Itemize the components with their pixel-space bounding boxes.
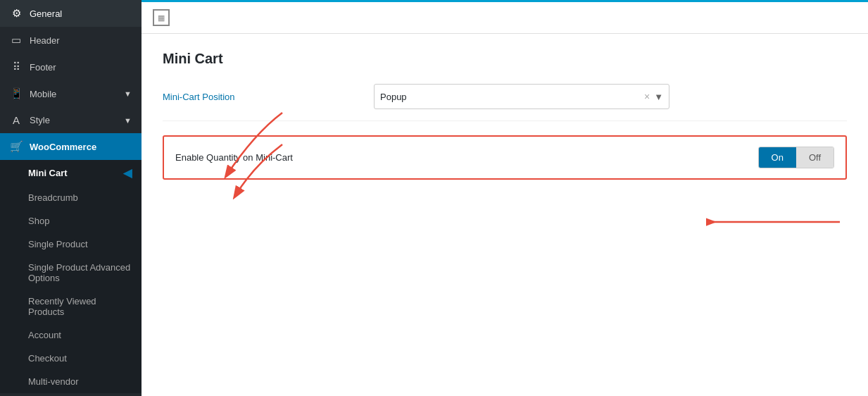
position-control: Popup × ▼: [374, 84, 847, 109]
submenu-item-single-product-advanced[interactable]: Single Product Advanced Options: [0, 256, 141, 290]
submenu-item-multi-vendor[interactable]: Multi-vendor: [0, 370, 141, 393]
submenu-label: Single Product: [28, 239, 88, 249]
main-content: Mini Cart Mini-Cart Position Popup × ▼ E…: [141, 34, 868, 396]
quantity-label: Enable Quantity on Mini-Cart: [175, 152, 758, 163]
sidebar-item-label: Header: [30, 35, 60, 46]
woocommerce-submenu: Mini Cart ◀ Breadcrumb Shop Single Produ…: [0, 160, 141, 393]
position-field-row: Mini-Cart Position Popup × ▼: [163, 84, 847, 121]
content-wrapper: ▦ Mini Cart Mini-Cart Position Popup × ▼…: [141, 0, 868, 396]
toggle-on-button[interactable]: On: [759, 147, 796, 168]
woocommerce-label: WooCommerce: [30, 142, 96, 152]
chevron-down-icon[interactable]: ▼: [654, 92, 663, 102]
submenu-label: Breadcrumb: [28, 192, 78, 203]
chevron-down-icon: ▼: [124, 116, 132, 125]
toggle-off-button[interactable]: Off: [796, 147, 834, 168]
select-value: Popup: [380, 92, 644, 102]
submenu-item-checkout[interactable]: Checkout: [0, 347, 141, 370]
position-select[interactable]: Popup × ▼: [374, 84, 669, 109]
gear-icon: ⚙: [10, 7, 23, 20]
submenu-label: Multi-vendor: [28, 376, 79, 387]
chevron-down-icon: ▼: [124, 89, 132, 98]
footer-icon: ⠿: [10, 61, 23, 73]
sidebar: ⚙ General ▭ Header ⠿ Footer 📱 Mobile ▼ A…: [0, 0, 141, 396]
submenu-label: Account: [28, 330, 61, 340]
submenu-label: Recently Viewed Products: [28, 296, 132, 317]
sidebar-item-footer[interactable]: ⠿ Footer: [0, 54, 141, 80]
sidebar-item-label: Footer: [30, 62, 56, 73]
submenu-item-shop[interactable]: Shop: [0, 209, 141, 233]
sidebar-item-label: General: [30, 8, 62, 19]
cart-icon: 🛒: [10, 140, 23, 153]
submenu-item-mini-cart[interactable]: Mini Cart ◀: [0, 160, 141, 186]
sidebar-item-label: Style: [30, 115, 50, 125]
submenu-item-breadcrumb[interactable]: Breadcrumb: [0, 186, 141, 209]
submenu-item-recently-viewed[interactable]: Recently Viewed Products: [0, 290, 141, 323]
chevron-left-icon: ◀: [123, 166, 132, 180]
submenu-label: Mini Cart: [28, 168, 68, 178]
submenu-label: Shop: [28, 216, 49, 226]
position-label: Mini-Cart Position: [163, 92, 374, 102]
header-icon: ▭: [10, 34, 23, 47]
main-panel: ▦ Mini Cart Mini-Cart Position Popup × ▼…: [141, 2, 868, 396]
submenu-label: Single Product Advanced Options: [28, 262, 132, 283]
sidebar-item-label: Mobile: [30, 89, 56, 99]
mobile-icon: 📱: [10, 87, 23, 100]
sidebar-item-woocommerce[interactable]: 🛒 WooCommerce: [0, 133, 141, 160]
submenu-item-account[interactable]: Account: [0, 323, 141, 347]
grid-icon: ▦: [153, 9, 170, 26]
sidebar-item-style[interactable]: A Style ▼: [0, 107, 141, 133]
style-icon: A: [10, 114, 23, 126]
quantity-field-row: Enable Quantity on Mini-Cart On Off: [163, 135, 847, 180]
sidebar-item-general[interactable]: ⚙ General: [0, 0, 141, 27]
page-title: Mini Cart: [163, 51, 847, 67]
submenu-label: Checkout: [28, 353, 67, 364]
select-clear-icon[interactable]: ×: [644, 91, 650, 102]
toggle-group[interactable]: On Off: [758, 147, 834, 168]
sidebar-item-mobile[interactable]: 📱 Mobile ▼: [0, 80, 141, 107]
submenu-item-single-product[interactable]: Single Product: [0, 233, 141, 256]
sidebar-item-header[interactable]: ▭ Header: [0, 27, 141, 54]
main-header: ▦: [141, 2, 868, 34]
